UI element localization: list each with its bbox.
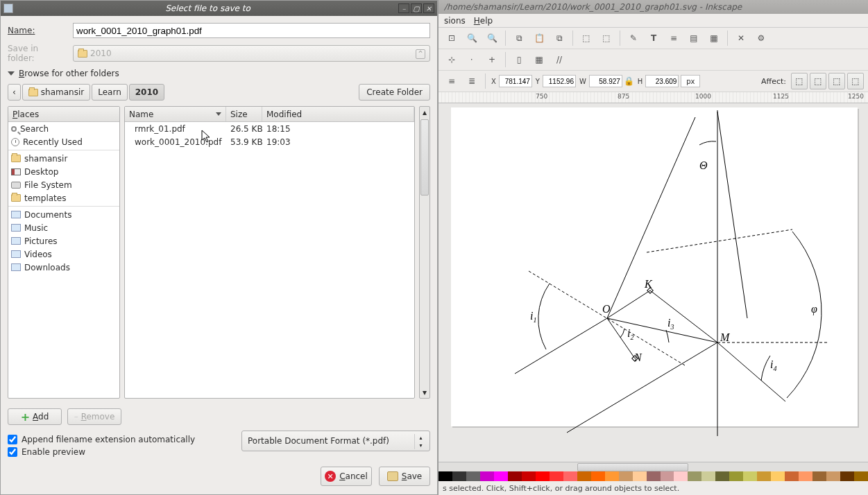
places-home[interactable]: shamansir [8, 152, 119, 165]
cancel-button[interactable]: ✕Cancel [321, 467, 372, 486]
places-downloads[interactable]: Downloads [8, 261, 119, 274]
affect-corners-button[interactable]: ⬚ [810, 73, 826, 89]
unit-combo[interactable]: px [681, 75, 700, 87]
swatch[interactable] [701, 471, 715, 481]
scroll-thumb[interactable] [577, 463, 688, 471]
page-button[interactable]: ▯ [510, 51, 528, 69]
swatch[interactable] [826, 471, 840, 481]
browse-folders-toggle[interactable]: Browse for other folders [8, 69, 430, 78]
save-button[interactable]: Save [379, 467, 430, 486]
grid-button[interactable]: ▦ [530, 51, 548, 69]
breadcrumb-back[interactable]: ‹ [8, 84, 21, 101]
swatch[interactable] [799, 471, 812, 481]
zoom-page-button[interactable]: ⊡ [443, 29, 461, 47]
menu-help[interactable]: Help [474, 16, 493, 26]
swatch[interactable] [439, 471, 452, 481]
dialog-titlebar[interactable]: Select file to save to – ▢ ✕ [1, 1, 437, 16]
docprops-button[interactable]: ⚙ [752, 29, 770, 47]
align-button[interactable]: ▦ [705, 29, 723, 47]
h-input[interactable] [645, 75, 679, 87]
places-filesystem[interactable]: File System [8, 178, 119, 191]
affect-pattern-button[interactable]: ⬚ [847, 73, 864, 89]
swatch[interactable] [812, 471, 826, 481]
guides-button[interactable]: // [550, 51, 568, 69]
swatch[interactable] [466, 471, 480, 481]
swatch[interactable] [674, 471, 688, 481]
swatch[interactable] [522, 471, 536, 481]
snap2-button[interactable]: ⋅ [463, 51, 481, 69]
snap-button[interactable]: ⊹ [443, 51, 461, 69]
minimize-button[interactable]: – [398, 3, 409, 13]
places-pictures[interactable]: Pictures [8, 234, 119, 248]
file-scrollbar[interactable]: ▴ ▾ [419, 106, 430, 399]
menu-extensions[interactable]: sions [444, 16, 466, 26]
places-music[interactable]: Music [8, 221, 119, 234]
places-videos[interactable]: Videos [8, 248, 119, 261]
swatch[interactable] [771, 471, 785, 481]
swatch[interactable] [550, 471, 563, 481]
places-desktop[interactable]: Desktop [8, 165, 119, 178]
breadcrumb-2010[interactable]: 2010 [129, 84, 164, 101]
lock-icon[interactable]: 🔒 [624, 75, 634, 87]
maximize-button[interactable]: ▢ [411, 3, 422, 13]
append-ext-checkbox[interactable]: Append filename extension automatically [8, 435, 228, 444]
ungroup-button[interactable]: ⬚ [597, 29, 615, 47]
text-button[interactable]: T [645, 29, 663, 47]
swatch[interactable] [743, 471, 757, 481]
swatch[interactable] [494, 471, 508, 481]
h-scrollbar[interactable] [439, 462, 868, 471]
fill-button[interactable]: ✎ [624, 29, 643, 47]
layers-button[interactable]: ≡ [665, 29, 683, 47]
swatch[interactable] [715, 471, 729, 481]
enable-preview-checkbox[interactable]: Enable preview [8, 447, 228, 457]
swatch[interactable] [452, 471, 466, 481]
canvas[interactable]: Θ φ O K M N i1 i2 i3 i4 [439, 103, 868, 462]
scroll-thumb[interactable] [420, 119, 429, 196]
col-size[interactable]: Size [226, 107, 262, 121]
swatch[interactable] [840, 471, 854, 481]
swatch[interactable] [508, 471, 522, 481]
swatch[interactable] [757, 471, 771, 481]
swatch[interactable] [619, 471, 633, 481]
col-modified[interactable]: Modified [262, 107, 414, 121]
places-documents[interactable]: Documents [8, 208, 119, 221]
swatch[interactable] [647, 471, 661, 481]
swatch[interactable] [563, 471, 577, 481]
swatch[interactable] [633, 471, 647, 481]
folder-combo[interactable]: 2010 ⌃ [73, 45, 430, 62]
swatch[interactable] [688, 471, 701, 481]
swatch[interactable] [729, 471, 743, 481]
snap3-button[interactable]: + [483, 51, 501, 69]
zoom-in-button[interactable]: 🔍 [463, 29, 481, 47]
copy-button[interactable]: ⧉ [510, 29, 528, 47]
menubar[interactable]: sions Help [439, 14, 868, 28]
w-input[interactable] [589, 75, 622, 87]
places-recent[interactable]: Recently Used [8, 135, 119, 148]
affect-gradient-button[interactable]: ⬚ [828, 73, 845, 89]
add-bookmark-button[interactable]: +Add [8, 408, 62, 425]
y-input[interactable] [543, 75, 576, 87]
create-folder-button[interactable]: Create Folder [359, 84, 430, 101]
filename-input[interactable] [73, 23, 430, 38]
remove-bookmark-button[interactable]: –Remove [67, 408, 121, 425]
swatch[interactable] [577, 471, 591, 481]
color-palette[interactable] [439, 471, 868, 481]
sel-all-button[interactable]: ≣ [463, 72, 481, 90]
col-name[interactable]: Name [125, 107, 226, 121]
file-row[interactable]: rmrk_01.pdf 26.5 KB 18:15 [125, 122, 414, 135]
swatch[interactable] [605, 471, 619, 481]
zoom-out-button[interactable]: 🔍 [483, 29, 501, 47]
places-search[interactable]: Search [8, 122, 119, 135]
swatch[interactable] [854, 471, 868, 481]
file-row[interactable]: work_0001_2010.pdf 53.9 KB 19:03 [125, 135, 414, 148]
group-button[interactable]: ⬚ [577, 29, 595, 47]
close-button[interactable]: ✕ [423, 3, 434, 13]
breadcrumb-home[interactable]: shamansir [22, 84, 90, 101]
sel-layer-button[interactable]: ≡ [443, 72, 461, 90]
paste-button[interactable]: 📋 [530, 29, 548, 47]
prefs-button[interactable]: ✕ [732, 29, 750, 47]
format-combo[interactable]: Portable Document Format (*.pdf) ▴▾ [241, 431, 430, 451]
x-input[interactable] [499, 75, 532, 87]
swatch[interactable] [480, 471, 494, 481]
swatch[interactable] [536, 471, 550, 481]
